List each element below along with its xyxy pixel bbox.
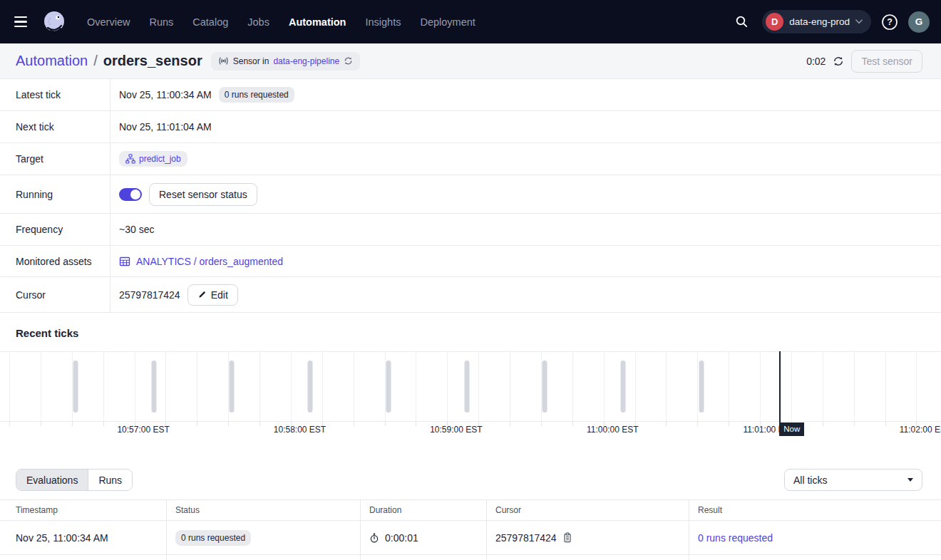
tick-bar[interactable] <box>151 361 156 413</box>
col-timestamp: Timestamp <box>0 500 166 520</box>
tick-bar[interactable] <box>308 361 313 413</box>
table-row-partial <box>0 555 941 560</box>
view-tabs: Evaluations Runs <box>16 469 133 491</box>
job-icon <box>125 154 135 164</box>
sensor-badge-text: Sensor in <box>233 56 269 66</box>
col-result: Result <box>689 500 941 520</box>
evaluations-table: Timestamp Status Duration Cursor Result … <box>0 499 941 560</box>
axis-tick <box>197 422 197 426</box>
nav-item-insights[interactable]: Insights <box>365 16 401 28</box>
tick-filter-value: All ticks <box>793 475 827 486</box>
frequency-row: Frequency ~30 sec <box>0 214 941 246</box>
nav-item-runs[interactable]: Runs <box>149 16 173 28</box>
nav-item-overview[interactable]: Overview <box>87 16 130 28</box>
copy-clipboard-icon[interactable] <box>562 532 572 543</box>
nav-item-catalog[interactable]: Catalog <box>192 16 228 28</box>
cursor-value: 25797817424 <box>119 289 180 301</box>
help-icon[interactable]: ? <box>880 13 899 31</box>
evaluations-controls: Evaluations Runs All ticks <box>0 469 941 491</box>
axis-tick <box>103 422 104 426</box>
user-avatar[interactable]: G <box>908 11 930 33</box>
axis-label: 10:59:00 EST <box>430 425 482 435</box>
page-title: orders_sensor <box>103 53 202 69</box>
caret-down-icon <box>907 478 913 482</box>
gridline <box>322 352 323 421</box>
gridline <box>854 352 855 421</box>
monitored-asset-link[interactable]: ANALYTICS / orders_augmented <box>119 256 283 267</box>
tab-runs[interactable]: Runs <box>88 470 132 490</box>
gridline <box>760 352 761 421</box>
code-location-link[interactable]: data-eng-pipeline <box>273 56 339 66</box>
recent-ticks-timeline[interactable]: 10:57:00 EST10:58:00 EST10:59:00 EST11:0… <box>0 351 941 442</box>
running-toggle[interactable] <box>119 188 142 201</box>
tick-plot-area[interactable] <box>0 351 941 422</box>
tick-bar[interactable] <box>699 361 704 413</box>
chevron-down-icon <box>855 19 863 24</box>
axis-tick <box>9 422 10 426</box>
gridline <box>416 352 416 421</box>
gridline <box>823 352 823 421</box>
breadcrumb-automation-link[interactable]: Automation <box>16 53 88 69</box>
nav-item-jobs[interactable]: Jobs <box>247 16 269 28</box>
search-icon[interactable] <box>730 11 753 33</box>
dagster-logo-icon[interactable] <box>41 9 67 35</box>
axis-tick <box>259 422 260 426</box>
test-sensor-button[interactable]: Test sensor <box>851 50 922 73</box>
axis-tick <box>72 422 73 426</box>
reset-sensor-status-button[interactable]: Reset sensor status <box>149 183 257 206</box>
gridline <box>197 352 197 421</box>
col-cursor: Cursor <box>486 500 689 520</box>
tick-bar[interactable] <box>464 361 469 413</box>
deployment-badge: D <box>766 13 783 31</box>
gridline <box>791 352 792 421</box>
nav-item-automation[interactable]: Automation <box>289 16 346 28</box>
deployment-switcher[interactable]: D data-eng-prod <box>762 10 871 33</box>
deployment-name: data-eng-prod <box>789 16 850 27</box>
gridline <box>291 352 292 421</box>
axis-tick <box>228 422 229 426</box>
tick-bar[interactable] <box>230 361 235 413</box>
gridline <box>510 352 510 421</box>
now-marker-line <box>779 351 781 425</box>
breadcrumb-separator: / <box>93 53 98 69</box>
gridline <box>885 352 886 421</box>
axis-label: 10:57:00 EST <box>117 425 169 435</box>
tick-bar[interactable] <box>620 361 625 413</box>
target-job-chip[interactable]: predict_job <box>119 151 187 167</box>
stopwatch-icon <box>369 533 379 543</box>
refresh-icon[interactable] <box>833 56 844 67</box>
axis-tick <box>854 422 855 426</box>
row-cursor: 25797817424 <box>495 532 557 544</box>
page-header: Automation / orders_sensor Sensor in dat… <box>0 43 941 79</box>
tick-bar[interactable] <box>543 361 547 413</box>
hamburger-menu-icon[interactable] <box>11 14 30 31</box>
next-tick-label: Next tick <box>0 111 110 142</box>
latest-tick-label: Latest tick <box>0 79 110 110</box>
gridline <box>447 352 448 421</box>
tab-evaluations[interactable]: Evaluations <box>16 470 88 490</box>
sensor-type-badge: Sensor in data-eng-pipeline <box>211 52 360 71</box>
tick-filter-select[interactable]: All ticks <box>784 469 922 491</box>
table-row[interactable]: Nov 25, 11:00:34 AM 0 runs requested 0:0… <box>0 521 941 555</box>
monitored-assets-row: Monitored assets ANALYTICS / orders_augm… <box>0 246 941 277</box>
next-tick-row: Next tick Nov 25, 11:01:04 AM <box>0 111 941 143</box>
now-label: Now <box>779 422 804 436</box>
axis-tick <box>541 422 542 426</box>
gridline <box>165 352 166 421</box>
sensor-details: Latest tick Nov 25, 11:00:34 AM 0 runs r… <box>0 79 941 313</box>
latest-tick-row: Latest tick Nov 25, 11:00:34 AM 0 runs r… <box>0 79 941 111</box>
tick-bar[interactable] <box>73 361 78 413</box>
frequency-value: ~30 sec <box>119 224 154 235</box>
refresh-countdown: 0:02 <box>806 56 826 67</box>
nav-menu: Overview Runs Catalog Jobs Automation In… <box>87 16 475 28</box>
tick-bar[interactable] <box>386 361 391 413</box>
edit-cursor-button[interactable]: Edit <box>187 284 238 306</box>
reload-location-icon[interactable] <box>344 56 353 66</box>
table-header-row: Timestamp Status Duration Cursor Result <box>0 499 941 521</box>
col-duration: Duration <box>360 500 486 520</box>
axis-label: 10:58:00 EST <box>274 425 326 435</box>
axis-tick <box>354 422 354 426</box>
cursor-row: Cursor 25797817424 Edit <box>0 277 941 313</box>
row-result-link[interactable]: 0 runs requested <box>698 532 773 544</box>
nav-item-deployment[interactable]: Deployment <box>420 16 475 28</box>
